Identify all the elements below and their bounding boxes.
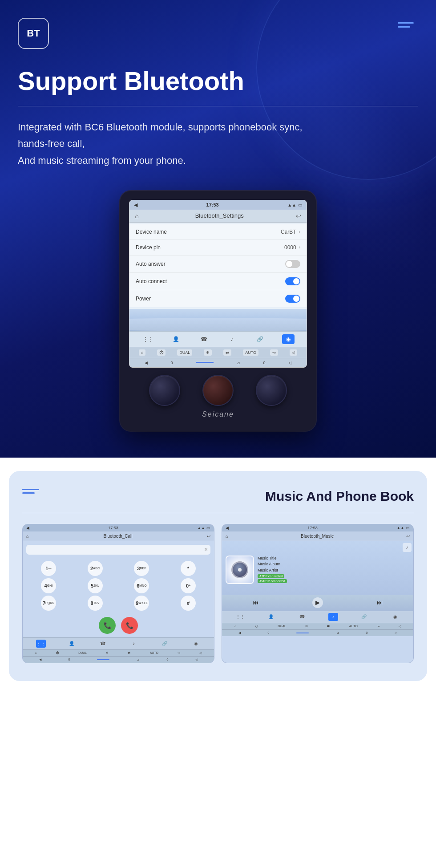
call-ctrl-vol[interactable]: ◁	[199, 651, 202, 655]
prev-track-button[interactable]: ⏮	[253, 599, 258, 606]
auto-answer-toggle[interactable]	[285, 260, 300, 268]
call-ctrl-home[interactable]: ⌂	[35, 651, 37, 654]
screen-title: Bluetooth_Settings	[143, 212, 296, 219]
settings-row-device-name[interactable]: Device name CarBT ›	[129, 224, 307, 240]
music-ctrl-home[interactable]: ⌂	[234, 625, 236, 628]
call-status-icons: ▲▲ ▭	[197, 526, 210, 530]
call-status-bar: ◀ 17:53 ▲▲ ▭	[23, 524, 214, 531]
ctrl-snow[interactable]: ❄	[204, 349, 212, 356]
power-toggle[interactable]	[285, 295, 300, 303]
dial-1[interactable]: 1—	[41, 561, 56, 576]
ctrl-dual[interactable]: DUAL	[177, 349, 192, 356]
music-note-icon[interactable]: ♪	[403, 543, 412, 552]
dial-8[interactable]: 8TUV	[88, 596, 103, 611]
call-back-icon[interactable]: ↩	[207, 534, 210, 539]
music-ctrl-vol[interactable]: ◁	[399, 625, 401, 628]
dial-2[interactable]: 2ABC	[88, 561, 103, 576]
ctrl-auto[interactable]: AUTO	[243, 349, 258, 356]
back-icon[interactable]: ↩	[296, 212, 301, 219]
nav-icon-link[interactable]: 🔗	[254, 334, 266, 344]
music-title: Music Title	[258, 556, 410, 562]
nav-icon-music[interactable]: ♪	[226, 334, 238, 344]
menu-button[interactable]	[393, 18, 418, 32]
end-call-button[interactable]: 📞	[121, 617, 138, 634]
music-ctrl-auto[interactable]: AUTO	[349, 625, 358, 628]
music-nav-phone[interactable]: ☎	[297, 613, 307, 621]
ctrl-power[interactable]: ⏻	[157, 349, 166, 356]
settings-list: Device name CarBT › Device pin 0000 ›	[129, 223, 307, 309]
music-content: Music Title Music Album Music Artist A2D…	[226, 545, 410, 584]
call-ctrl-auto[interactable]: AUTO	[150, 651, 158, 654]
music-mute: ◁	[395, 631, 397, 635]
settings-row-power[interactable]: Power	[129, 290, 307, 307]
bt-logo: BT	[18, 18, 49, 49]
call-nav-music[interactable]: ♪	[129, 640, 139, 648]
ctrl-back[interactable]: ◀	[145, 361, 148, 365]
music-nav-link[interactable]: 🔗	[359, 613, 369, 621]
call-ctrl-snow[interactable]: ❄	[106, 651, 109, 655]
dial-4[interactable]: 4GHI	[41, 578, 56, 593]
dial-star[interactable]: *	[181, 561, 196, 576]
music-back-icon[interactable]: ↩	[406, 534, 410, 539]
dial-9[interactable]: 9WXYZ	[134, 596, 149, 611]
call-ctrl-arr[interactable]: ↝	[178, 651, 180, 655]
call-back-ctrl: ◀	[39, 658, 41, 661]
music-nav-eye[interactable]: ◉	[390, 613, 400, 621]
call-ctrl-dual[interactable]: DUAL	[78, 651, 87, 654]
music-ctrl-power[interactable]: ⏻	[255, 625, 258, 628]
nav-icon-phone[interactable]: ☎	[198, 334, 210, 344]
device-name-label: Device name	[136, 229, 167, 235]
nav-icon-eye[interactable]: ◉	[282, 334, 295, 344]
dial-0[interactable]: 0+	[181, 578, 196, 593]
answer-call-button[interactable]: 📞	[99, 617, 116, 634]
dial-3[interactable]: 3DEF	[134, 561, 149, 576]
home-icon[interactable]: ⌂	[135, 212, 138, 219]
nav-icon-person[interactable]: 👤	[170, 334, 182, 344]
ctrl-home[interactable]: ⌂	[139, 349, 145, 356]
ctrl-temp: ⊿	[237, 361, 240, 365]
settings-row-auto-connect[interactable]: Auto connect	[129, 273, 307, 290]
call-nav-link[interactable]: 🔗	[160, 640, 170, 648]
music-mini-controls2: ◀ 0 ⊿ 0 ◁	[222, 629, 413, 636]
music-ctrl-snow[interactable]: ❄	[305, 625, 308, 628]
music-nav-menu[interactable]: ⋮⋮	[235, 613, 245, 621]
auto-connect-toggle[interactable]	[285, 277, 300, 285]
ctrl-mute[interactable]: ◁	[288, 361, 291, 365]
call-nav-phone[interactable]: ☎	[98, 640, 108, 648]
call-ctrl-mode[interactable]: ⇄	[128, 651, 130, 655]
dial-5[interactable]: 5JKL	[88, 578, 103, 593]
call-nav-menu[interactable]: ⋮⋮	[36, 640, 46, 648]
knob-middle[interactable]	[202, 375, 234, 406]
dial-hash[interactable]: #	[181, 596, 196, 611]
screen-wave	[129, 309, 307, 331]
settings-row-auto-answer[interactable]: Auto answer	[129, 256, 307, 273]
music-ctrl-dual[interactable]: DUAL	[278, 625, 286, 628]
dial-7[interactable]: 7PQRS	[41, 596, 56, 611]
music-info: Music Title Music Album Music Artist A2D…	[258, 556, 410, 584]
knob-right[interactable]	[256, 375, 287, 406]
clear-icon[interactable]: ✕	[204, 547, 208, 552]
call-ctrl-power[interactable]: ⏻	[56, 651, 59, 654]
ctrl-vol[interactable]: ◁	[290, 349, 297, 356]
music-nav-person[interactable]: 👤	[266, 613, 276, 621]
call-back-arrow: ◀	[26, 526, 29, 530]
settings-row-device-pin[interactable]: Device pin 0000 ›	[129, 240, 307, 256]
device-pin-value: 0000	[284, 244, 296, 251]
call-nav-eye[interactable]: ◉	[191, 640, 201, 648]
knob-left[interactable]	[149, 375, 180, 406]
music-nav-music[interactable]: ♪	[328, 613, 338, 621]
music-ctrl-mode[interactable]: ⇄	[327, 625, 330, 628]
music-ctrl-arr[interactable]: ↝	[377, 625, 379, 628]
ctrl-arrow[interactable]: ↝	[270, 349, 278, 356]
bottom-menu-icon[interactable]	[22, 489, 39, 494]
play-button[interactable]: ▶	[312, 597, 323, 608]
music-battery-icon: ▭	[406, 526, 410, 530]
dual-screens: ◀ 17:53 ▲▲ ▭ ⌂ Bluetooth_Call ↩ ✕ 1— 2AB…	[22, 524, 414, 663]
dial-6[interactable]: 6MNO	[134, 578, 149, 593]
ctrl-mode[interactable]: ⇄	[223, 349, 231, 356]
next-track-button[interactable]: ⏭	[377, 599, 383, 606]
call-nav-person[interactable]: 👤	[67, 640, 77, 648]
call-input-field[interactable]: ✕	[26, 545, 210, 555]
call-mute: ◁	[195, 658, 198, 661]
nav-icon-menu[interactable]: ⋮⋮	[142, 334, 154, 344]
